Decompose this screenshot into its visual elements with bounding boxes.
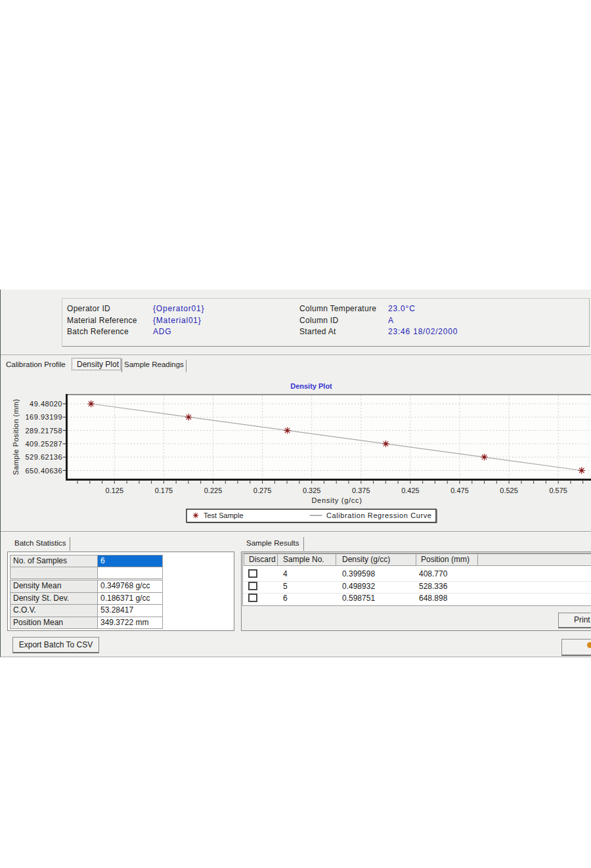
svg-text:Sample Position (mm): Sample Position (mm) [12, 399, 20, 475]
svg-text:0.375: 0.375 [352, 487, 370, 494]
svg-text:0.525: 0.525 [500, 487, 518, 494]
svg-text:650.40636: 650.40636 [26, 467, 63, 475]
svg-text:0.125: 0.125 [106, 487, 124, 494]
svg-text:Density Plot: Density Plot [290, 382, 332, 390]
svg-text:529.62136: 529.62136 [26, 453, 63, 461]
svg-text:Calibration Regression Curve: Calibration Regression Curve [326, 511, 431, 519]
svg-text:0.325: 0.325 [303, 487, 321, 494]
svg-text:0.575: 0.575 [549, 487, 567, 494]
svg-text:0.475: 0.475 [450, 487, 469, 494]
svg-text:Density (g/cc): Density (g/cc) [311, 496, 362, 504]
svg-text:289.21758: 289.21758 [26, 427, 63, 435]
svg-text:409.25287: 409.25287 [26, 440, 63, 448]
svg-text:169.93199: 169.93199 [26, 413, 63, 421]
svg-text:0.175: 0.175 [155, 487, 173, 494]
svg-text:0.275: 0.275 [253, 487, 272, 494]
svg-text:0.225: 0.225 [204, 487, 223, 494]
svg-text:Test Sample: Test Sample [204, 511, 244, 519]
svg-text:49.48020: 49.48020 [30, 400, 62, 408]
svg-text:0.425: 0.425 [401, 487, 420, 494]
